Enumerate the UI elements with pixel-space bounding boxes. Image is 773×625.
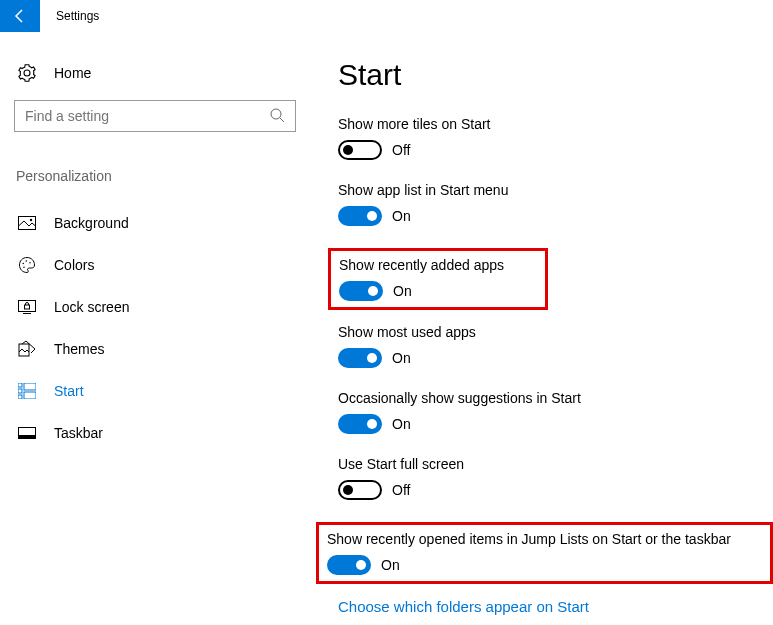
svg-point-4 (23, 263, 25, 265)
toggle-suggestions[interactable] (338, 414, 382, 434)
svg-rect-13 (18, 389, 22, 393)
toggle-state: Off (392, 482, 410, 498)
svg-line-1 (280, 118, 284, 122)
setting-recently-added: Show recently added apps On (339, 257, 537, 301)
setting-label: Show more tiles on Start (338, 116, 765, 132)
sidebar-item-label: Colors (54, 257, 94, 273)
toggle-full-screen[interactable] (338, 480, 382, 500)
setting-jump-lists: Show recently opened items in Jump Lists… (327, 531, 762, 575)
sidebar-item-colors[interactable]: Colors (14, 244, 296, 286)
arrow-left-icon (12, 8, 28, 24)
sidebar-item-label: Taskbar (54, 425, 103, 441)
svg-point-7 (23, 267, 25, 269)
svg-rect-15 (24, 383, 36, 390)
setting-label: Show app list in Start menu (338, 182, 765, 198)
toggle-state: Off (392, 142, 410, 158)
svg-point-5 (26, 260, 28, 262)
window-title: Settings (56, 9, 99, 23)
toggle-app-list[interactable] (338, 206, 382, 226)
section-label: Personalization (14, 168, 296, 184)
setting-label: Occasionally show suggestions in Start (338, 390, 765, 406)
home-button[interactable]: Home (14, 58, 296, 100)
toggle-recently-added[interactable] (339, 281, 383, 301)
back-button[interactable] (0, 0, 40, 32)
search-icon (269, 107, 285, 126)
svg-rect-14 (18, 395, 22, 399)
sidebar-item-taskbar[interactable]: Taskbar (14, 412, 296, 454)
svg-rect-12 (18, 383, 22, 387)
gear-icon (18, 64, 36, 82)
choose-folders-link[interactable]: Choose which folders appear on Start (338, 598, 765, 615)
sidebar: Home Personalization Background Colors (0, 58, 310, 615)
toggle-state: On (392, 208, 411, 224)
search-input[interactable] (25, 108, 269, 124)
sidebar-item-background[interactable]: Background (14, 202, 296, 244)
start-icon (18, 382, 36, 400)
sidebar-item-themes[interactable]: Themes (14, 328, 296, 370)
setting-more-tiles: Show more tiles on Start Off (338, 116, 765, 160)
sidebar-item-start[interactable]: Start (14, 370, 296, 412)
sidebar-item-label: Themes (54, 341, 105, 357)
sidebar-item-label: Start (54, 383, 84, 399)
taskbar-icon (18, 424, 36, 442)
image-icon (18, 214, 36, 232)
sidebar-item-lock-screen[interactable]: Lock screen (14, 286, 296, 328)
svg-point-6 (29, 262, 31, 264)
search-box[interactable] (14, 100, 296, 132)
svg-rect-16 (24, 392, 36, 399)
setting-label: Show recently opened items in Jump Lists… (327, 531, 762, 547)
lock-screen-icon (18, 298, 36, 316)
svg-point-3 (30, 219, 32, 221)
setting-suggestions: Occasionally show suggestions in Start O… (338, 390, 765, 434)
toggle-state: On (392, 416, 411, 432)
toggle-state: On (381, 557, 400, 573)
toggle-most-used[interactable] (338, 348, 382, 368)
toggle-state: On (392, 350, 411, 366)
themes-icon (18, 340, 36, 358)
svg-point-0 (271, 109, 281, 119)
toggle-state: On (393, 283, 412, 299)
highlight-recently-added: Show recently added apps On (328, 248, 548, 310)
highlight-jump-lists: Show recently opened items in Jump Lists… (316, 522, 773, 584)
page-title: Start (338, 58, 765, 92)
setting-full-screen: Use Start full screen Off (338, 456, 765, 500)
main-content: Start Show more tiles on Start Off Show … (310, 58, 773, 615)
palette-icon (18, 256, 36, 274)
setting-label: Show most used apps (338, 324, 765, 340)
svg-rect-18 (19, 435, 36, 439)
sidebar-item-label: Background (54, 215, 129, 231)
sidebar-item-label: Lock screen (54, 299, 129, 315)
svg-rect-9 (25, 305, 30, 309)
titlebar: Settings (0, 0, 773, 32)
svg-rect-2 (19, 217, 36, 230)
setting-label: Use Start full screen (338, 456, 765, 472)
setting-label: Show recently added apps (339, 257, 537, 273)
toggle-more-tiles[interactable] (338, 140, 382, 160)
setting-app-list: Show app list in Start menu On (338, 182, 765, 226)
home-label: Home (54, 65, 91, 81)
toggle-jump-lists[interactable] (327, 555, 371, 575)
setting-most-used: Show most used apps On (338, 324, 765, 368)
